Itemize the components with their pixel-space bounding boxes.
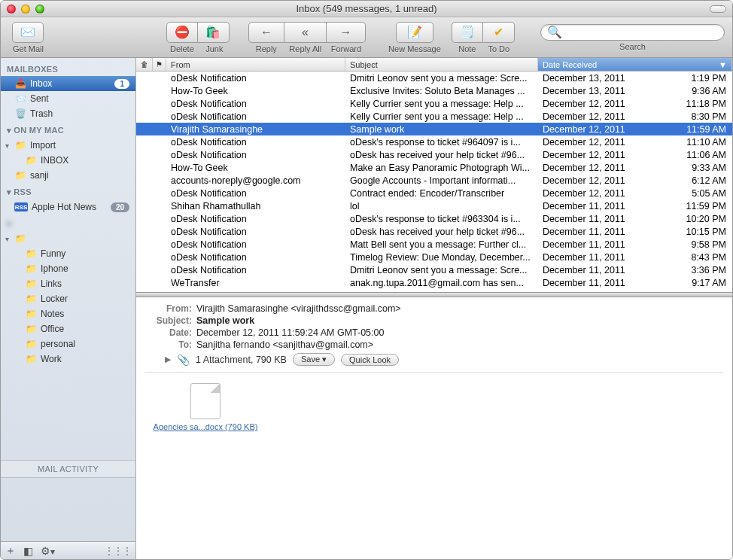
column-delete[interactable]: 🗑 (136, 58, 153, 71)
disclosure-triangle-icon[interactable]: ▶ (165, 355, 171, 364)
folder-icon: 📁 (14, 233, 26, 245)
message-row[interactable]: oDesk NotificationDmitri Leonov sent you… (136, 263, 732, 276)
message-row[interactable]: oDesk NotificationKelly Currier sent you… (136, 97, 732, 110)
sidebar-item-links[interactable]: 📁Links (1, 276, 135, 291)
message-row[interactable]: How-To GeekMake an Easy Panoramic Photog… (136, 161, 732, 174)
trash-icon: 🗑️ (14, 108, 26, 120)
message-row[interactable]: oDesk NotificationoDesk's response to ti… (136, 135, 732, 148)
row-date: December 11, 2011 (538, 252, 643, 263)
message-row[interactable]: accounts-noreply@google.comGoogle Accoun… (136, 174, 732, 187)
minimize-window-button[interactable] (21, 5, 30, 14)
row-time: 10:20 PM (643, 214, 732, 224)
row-subject: oDesk's response to ticket #964097 is i.… (345, 137, 538, 148)
sidebar-item-sent[interactable]: 📨 Sent (1, 91, 135, 106)
sidebar-item-import[interactable]: ▾ 📁 Import (1, 138, 135, 153)
message-row[interactable]: oDesk NotificationTimelog Review: Due Mo… (136, 251, 732, 263)
row-from: oDesk Notification (166, 188, 345, 199)
sidebar-item-iphone[interactable]: 📁Iphone (1, 261, 135, 276)
sidebar-item-inbox[interactable]: 📥 Inbox 1 (1, 76, 135, 91)
to-label: To: (145, 339, 192, 350)
folder-icon: 📁 (25, 338, 37, 350)
folder-icon: 📁 (25, 263, 37, 275)
action-menu-button[interactable]: ⚙︎▾ (41, 545, 55, 557)
get-mail-button[interactable]: ✉️ (12, 22, 44, 43)
message-list[interactable]: oDesk NotificationDmitri Leonov sent you… (136, 72, 732, 292)
sidebar-item-notes[interactable]: 📁Notes (1, 306, 135, 321)
sidebar-item-locker[interactable]: 📁Locker (1, 291, 135, 306)
mail-window: Inbox (549 messages, 1 unread) ✉️ Get Ma… (0, 0, 733, 560)
row-date: December 12, 2011 (538, 124, 643, 135)
row-date: December 13, 2011 (538, 86, 643, 96)
sidebar-item-work[interactable]: 📁Work (1, 352, 135, 367)
column-subject[interactable]: Subject (345, 58, 538, 71)
reply-button[interactable]: ← (248, 22, 284, 43)
quick-look-button[interactable]: Quick Look (341, 354, 399, 366)
forward-button[interactable]: → (327, 22, 366, 43)
row-from: WeTransfer (166, 278, 345, 288)
sidebar-item-hidden-folder[interactable]: ▾ 📁 (1, 231, 135, 246)
zoom-window-button[interactable] (35, 5, 44, 14)
message-row[interactable]: oDesk NotificationContract ended: Encode… (136, 187, 732, 199)
folder-icon: 📁 (25, 293, 37, 305)
sidebar-item-office[interactable]: 📁Office (1, 321, 135, 336)
window-title: Inbox (549 messages, 1 unread) (1, 3, 732, 14)
mail-activity-panel (1, 477, 135, 541)
message-row[interactable]: oDesk NotificationMatt Bell sent you a m… (136, 238, 732, 251)
row-time: 8:30 PM (643, 111, 732, 122)
toolbar-pill-button[interactable] (710, 5, 726, 13)
sidebar-resize-grip[interactable]: ⋮⋮⋮ (104, 545, 131, 557)
titlebar[interactable]: Inbox (549 messages, 1 unread) (1, 1, 732, 17)
sidebar-item-import-inbox[interactable]: 📁 INBOX (1, 153, 135, 168)
reply-all-arrow-icon: « (302, 26, 309, 39)
sidebar-item-sanji[interactable]: 📁 sanji (1, 168, 135, 183)
message-row[interactable]: How-To GeekExclusive Invites: Soluto Bet… (136, 84, 732, 97)
row-date: December 12, 2011 (538, 175, 643, 186)
search-field[interactable]: 🔍 (540, 24, 725, 41)
rss-icon: RSS (14, 202, 28, 212)
disclosure-triangle-icon[interactable]: ▾ (5, 235, 9, 243)
column-flag[interactable]: ⚑ (153, 58, 166, 71)
pane-splitter[interactable] (136, 292, 732, 297)
row-from: oDesk Notification (166, 252, 345, 263)
sidebar-item-label: Funny (41, 248, 129, 259)
sidebar-item-personal[interactable]: 📁personal (1, 336, 135, 352)
message-row[interactable]: oDesk NotificationoDesk's response to ti… (136, 212, 732, 225)
row-time: 1:19 PM (643, 73, 732, 84)
flag-icon: ⚑ (156, 60, 163, 68)
row-date: December 12, 2011 (538, 99, 643, 109)
attachment-item[interactable]: Agencies sa...docx (790 KB) (145, 383, 266, 431)
sidebar-item-label: Notes (41, 309, 129, 319)
row-subject: Kelly Currier sent you a message: Help .… (345, 111, 538, 122)
sidebar-item-label: Apple Hot News (32, 202, 111, 212)
delete-button[interactable]: ⛔ (166, 22, 198, 43)
sidebar-item-funny[interactable]: 📁Funny (1, 246, 135, 261)
add-button[interactable]: ＋ (5, 544, 16, 558)
activity-toggle-button[interactable]: ◧ (23, 545, 33, 557)
row-time: 9:58 PM (643, 239, 732, 250)
message-row[interactable]: oDesk NotificationDmitri Leonov sent you… (136, 72, 732, 84)
column-from[interactable]: From (166, 58, 345, 71)
column-date-received[interactable]: Date Received▼ (538, 58, 732, 71)
message-row[interactable]: oDesk NotificationoDesk has received you… (136, 148, 732, 161)
message-row[interactable]: WeTransferanak.ng.tupa.2011@gmail.com ha… (136, 276, 732, 289)
search-input[interactable] (565, 27, 718, 38)
message-row[interactable]: Shihan RhamathullahlolDecember 11, 20111… (136, 199, 732, 212)
reply-all-button[interactable]: « (284, 22, 327, 43)
disclosure-triangle-icon[interactable]: ▾ (5, 142, 9, 150)
todo-button[interactable]: ✔ (483, 22, 515, 43)
message-preview: From: Virajith Samarasinghe <virajithdss… (136, 297, 732, 559)
save-attachment-button[interactable]: Save ▾ (293, 353, 335, 366)
folder-icon: 📁 (25, 278, 37, 290)
message-row[interactable]: oDesk NotificationKelly Currier sent you… (136, 110, 732, 123)
sidebar-item-trash[interactable]: 🗑️ Trash (1, 106, 135, 121)
new-message-button[interactable]: 📝 (396, 22, 433, 43)
sidebar-item-apple-hot-news[interactable]: RSS Apple Hot News 20 (1, 199, 135, 215)
close-window-button[interactable] (7, 5, 16, 14)
row-from: oDesk Notification (166, 150, 345, 160)
message-row[interactable]: Virajith SamarasingheSample workDecember… (136, 123, 732, 135)
sidebar-item-label: Import (30, 140, 129, 151)
note-button[interactable]: 🗒️ (452, 22, 483, 43)
message-row[interactable]: oDesk NotificationoDesk has received you… (136, 225, 732, 238)
main-panel: 🗑 ⚑ From Subject Date Received▼ oDesk No… (136, 58, 732, 559)
junk-button[interactable]: 🛍️ (198, 22, 230, 43)
